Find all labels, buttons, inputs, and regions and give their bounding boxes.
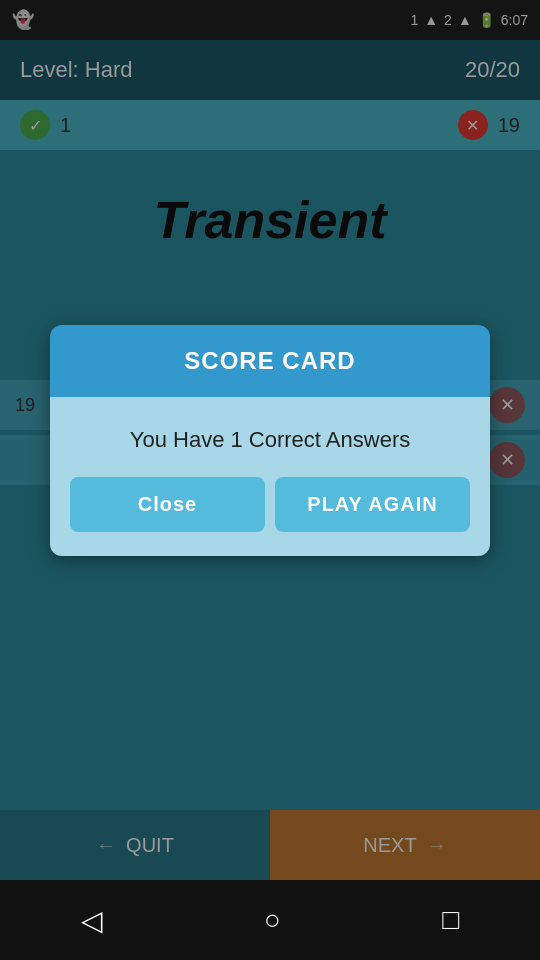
score-card-modal: SCORE CARD You Have 1 Correct Answers Cl… [50, 325, 490, 556]
modal-body: You Have 1 Correct Answers Close PLAY AG… [50, 397, 490, 556]
modal-message: You Have 1 Correct Answers [70, 427, 470, 453]
modal-header: SCORE CARD [50, 325, 490, 397]
modal-buttons: Close PLAY AGAIN [70, 477, 470, 532]
close-button[interactable]: Close [70, 477, 265, 532]
back-nav-icon[interactable]: ◁ [81, 904, 103, 937]
play-again-button[interactable]: PLAY AGAIN [275, 477, 470, 532]
modal-title: SCORE CARD [184, 347, 355, 374]
nav-bar: ◁ ○ □ [0, 880, 540, 960]
home-nav-icon[interactable]: ○ [264, 904, 281, 936]
modal-overlay: SCORE CARD You Have 1 Correct Answers Cl… [0, 0, 540, 880]
recents-nav-icon[interactable]: □ [442, 904, 459, 936]
